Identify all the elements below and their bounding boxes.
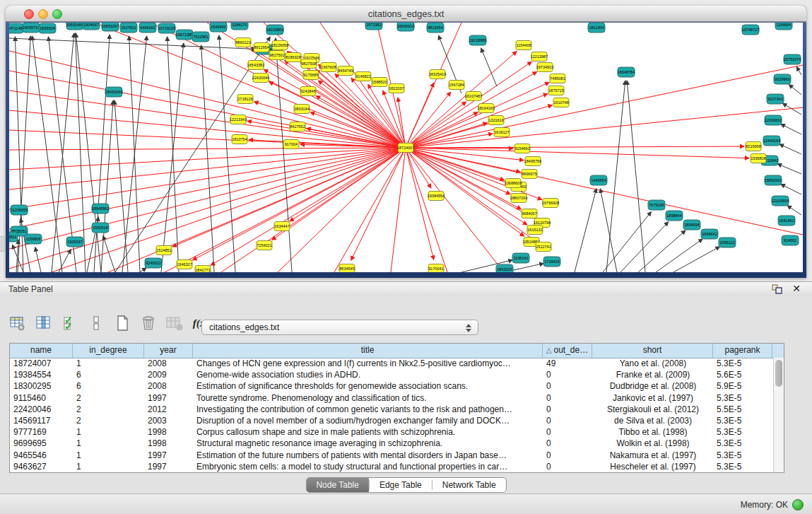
cell-out_de[interactable]: 0	[543, 438, 592, 449]
node[interactable]: 16033809	[266, 25, 283, 35]
cell-title[interactable]: Estimation of the future numbers of pati…	[193, 450, 543, 461]
node[interactable]: 1572382	[365, 23, 382, 30]
node[interactable]: 1905337	[66, 237, 83, 247]
node[interactable]: 30691406	[66, 23, 83, 30]
node[interactable]: 1835504	[39, 23, 56, 33]
cell-short[interactable]: Hescheler et al. (1997)	[592, 461, 713, 472]
node[interactable]: 6466162	[139, 23, 156, 33]
selected-node[interactable]: 1321616	[488, 116, 504, 125]
tab-node-table[interactable]: Node Table	[306, 478, 369, 492]
cell-year[interactable]: 1997	[144, 392, 193, 404]
node[interactable]: 15892931	[765, 175, 782, 185]
cell-out_de[interactable]: 0	[543, 415, 592, 426]
node[interactable]: 19218986	[469, 35, 486, 45]
selected-node[interactable]: 12213343	[230, 115, 247, 124]
column-header-in_degree[interactable]: in_degree	[73, 344, 144, 358]
cell-title[interactable]: Tourette syndrome. Phenomenology and cla…	[193, 392, 543, 404]
selected-node[interactable]: 19734503	[536, 63, 553, 72]
cell-in_degree[interactable]: 2	[73, 415, 144, 426]
selected-node[interactable]: 1524851	[156, 246, 172, 255]
node[interactable]: 24055724	[23, 23, 40, 33]
node[interactable]: 1691462	[778, 216, 795, 226]
cell-pagerank[interactable]: 5.9E-5	[713, 380, 772, 392]
close-panel-icon[interactable]: ✕	[792, 283, 801, 294]
cell-short[interactable]: Stergiakouli et al. (2012)	[592, 404, 713, 415]
cell-short[interactable]: Franke et al. (2009)	[592, 369, 713, 380]
column-pair-button[interactable]	[87, 314, 105, 332]
cell-out_de[interactable]: 0	[543, 380, 592, 392]
selected-node[interactable]: 8860123	[235, 38, 251, 47]
tab-edge-table[interactable]: Edge Table	[370, 478, 432, 492]
table-row[interactable]: 1456911722003Disruption of a novel membe…	[10, 415, 773, 426]
selected-node[interactable]: 2718126	[237, 95, 253, 104]
cell-year[interactable]: 2008	[144, 380, 193, 392]
selected-node[interactable]: 917004	[283, 140, 299, 149]
node[interactable]: 1733426	[543, 257, 560, 267]
selected-node[interactable]: 1875715	[548, 86, 564, 95]
selected-node[interactable]: 9827508	[301, 59, 317, 69]
cell-in_degree[interactable]: 1	[73, 438, 144, 449]
node[interactable]: 10748727	[742, 25, 759, 35]
cell-year[interactable]: 1998	[144, 438, 193, 449]
selected-node[interactable]: 1946327	[177, 260, 192, 269]
node[interactable]: 1527602	[120, 23, 137, 33]
node[interactable]: 1549940	[210, 23, 227, 32]
selected-node[interactable]: 12213987	[531, 52, 548, 62]
cell-year[interactable]: 2012	[144, 404, 193, 415]
node[interactable]: 9245022	[145, 258, 162, 268]
selected-node[interactable]: 18807293	[510, 194, 527, 203]
selected-node[interactable]: 2522741	[536, 243, 551, 252]
selected-node[interactable]: 10688609	[505, 179, 522, 188]
node[interactable]: 1898844	[666, 211, 683, 221]
import-table-button[interactable]	[165, 314, 184, 332]
selected-node[interactable]: 18495756	[524, 157, 541, 166]
selected-node[interactable]: 1841771	[195, 266, 211, 273]
selected-node[interactable]: 1154408	[516, 41, 531, 50]
tab-network-table[interactable]: Network Table	[433, 478, 506, 492]
cell-short[interactable]: Nakamura et al. (1997)	[592, 450, 713, 461]
column-header-out_de[interactable]: △out_de…	[543, 344, 592, 358]
selected-node[interactable]: 7485081	[550, 74, 565, 83]
memory-status-indicator[interactable]	[792, 499, 804, 510]
cell-out_de[interactable]: 0	[543, 426, 592, 438]
cell-out_de[interactable]: 0	[543, 404, 592, 415]
show-column-button[interactable]	[35, 314, 53, 332]
selected-node[interactable]: 16543382	[247, 61, 264, 70]
cell-title[interactable]: Embryonic stem cells: a model to study s…	[193, 461, 543, 472]
selected-node[interactable]: 8996975	[522, 170, 537, 179]
node[interactable]: 1904637	[83, 23, 100, 30]
selected-node[interactable]: 2803144	[294, 105, 310, 114]
node[interactable]: 1863200	[496, 264, 513, 272]
node[interactable]: 9227343	[767, 94, 784, 104]
select-columns-button[interactable]	[61, 314, 79, 332]
column-header-pagerank[interactable]: pagerank	[713, 344, 772, 358]
cell-short[interactable]: Dudbridge et al. (2008)	[592, 380, 713, 392]
selected-node[interactable]: 1595808	[751, 154, 766, 163]
cell-pagerank[interactable]: 5.3E-5	[713, 392, 772, 404]
selected-node[interactable]: 8215958	[746, 142, 761, 151]
node[interactable]: 16640910	[397, 23, 414, 31]
cell-in_degree[interactable]: 1	[73, 450, 144, 461]
table-row[interactable]: 969969511998Structural magnetic resonanc…	[10, 438, 773, 449]
table-vertical-scrollbar[interactable]	[773, 358, 784, 472]
cell-in_degree[interactable]: 1	[73, 426, 144, 438]
network-window-titlebar[interactable]: citations_edges.txt	[6, 6, 806, 22]
cell-pagerank[interactable]: 5.3E-5	[713, 415, 772, 426]
cell-out_de[interactable]: 0	[543, 369, 592, 380]
cell-short[interactable]: de Silva et al. (2003)	[592, 415, 713, 426]
delete-table-button[interactable]	[139, 314, 158, 332]
node[interactable]: 12103504	[772, 196, 789, 206]
node[interactable]: 8813054	[427, 23, 444, 33]
cell-in_degree[interactable]: 6	[73, 380, 144, 392]
selected-node[interactable]: 2367608	[321, 63, 336, 72]
selected-node[interactable]: 18226058	[271, 41, 288, 50]
table-select-dropdown[interactable]: citations_edges.txt	[201, 320, 478, 335]
selected-node[interactable]: 18325419	[429, 70, 446, 79]
cell-short[interactable]: Yano et al. (2008)	[592, 358, 713, 369]
cell-name[interactable]: 9463627	[10, 461, 73, 472]
table-row[interactable]: 1830029562008Estimation of significance …	[10, 380, 773, 392]
table-row[interactable]: 946554611997Estimation of the future num…	[10, 450, 773, 461]
node[interactable]: 2471148	[9, 23, 23, 33]
cell-name[interactable]: 19384554	[10, 369, 73, 380]
node[interactable]: 1156808	[25, 234, 42, 244]
